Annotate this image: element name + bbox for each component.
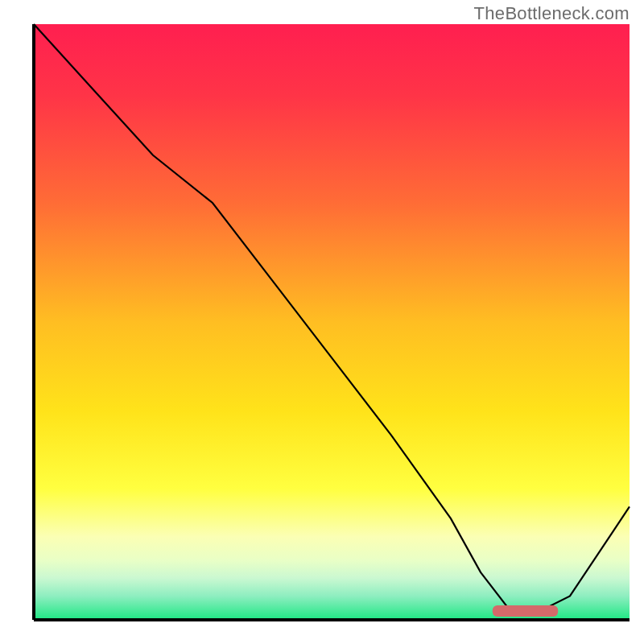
chart-container: TheBottleneck.com	[0, 0, 644, 644]
plot-background	[34, 24, 630, 620]
watermark-text: TheBottleneck.com	[474, 3, 630, 24]
valley-marker	[493, 605, 558, 617]
chart-svg	[0, 0, 644, 644]
